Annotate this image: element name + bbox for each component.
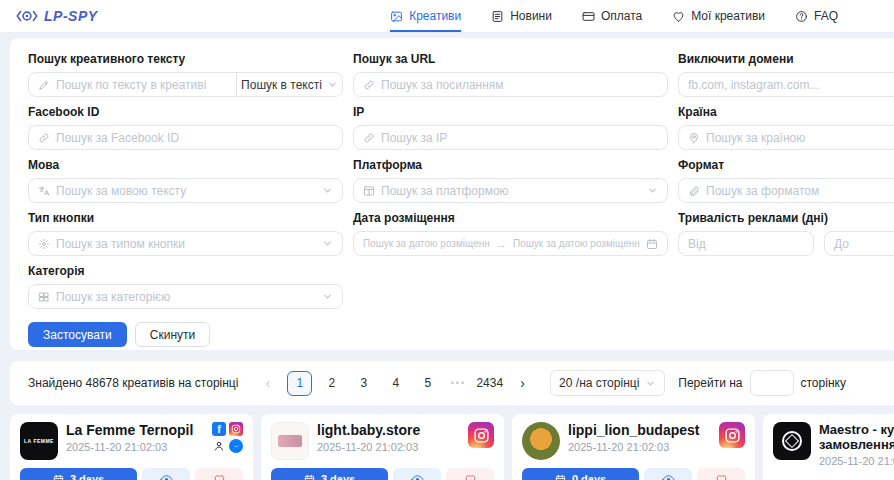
pagination-ellipsis[interactable]: ••• [447, 378, 469, 388]
page-size-value: 20 /на сторінці [559, 376, 639, 390]
view-button[interactable] [393, 468, 441, 480]
url-input[interactable]: Пошук за посиланням [353, 72, 668, 97]
advertiser-avatar: LA FEMME [20, 422, 58, 460]
chevron-down-icon [322, 185, 333, 196]
filter-language: Мова Пошук за мовою тексту [28, 159, 343, 203]
duration-to-input[interactable]: До [824, 231, 894, 256]
pagination-page-3[interactable]: 3 [351, 371, 376, 396]
date-to-placeholder: Пошук за датою розміщення [513, 238, 640, 249]
filter-label: Країна [678, 106, 894, 119]
input-placeholder: Пошук за Facebook ID [56, 131, 333, 145]
exclude-domains-input[interactable]: fb.com, instagram.com... [678, 72, 894, 97]
apply-button[interactable]: Застосувати [28, 322, 127, 347]
results-summary: Знайдено 48678 креативів на сторінці [28, 376, 238, 390]
format-select[interactable]: Пошук за форматом [678, 178, 894, 203]
creative-card[interactable]: LA FEMME La Femme Ternopil 2025-11-20 21… [10, 414, 253, 480]
nav-label: Креативи [409, 9, 461, 23]
nav-label: Оплата [601, 9, 642, 23]
filter-label: Facebook ID [28, 106, 343, 119]
input-placeholder: fb.com, instagram.com... [688, 78, 894, 92]
days-label: 0 days [572, 473, 606, 480]
favorite-button[interactable] [195, 468, 243, 480]
advertiser-name: light.baby.store [317, 422, 460, 438]
nav-item-news[interactable]: Новини [491, 0, 552, 32]
duration-days-button[interactable]: 0 days [522, 468, 639, 480]
creative-card[interactable]: Maestro - кухні, ме замовлення в Ужго 20… [763, 414, 894, 480]
category-select[interactable]: Пошук за категорією [28, 284, 343, 309]
platform-select[interactable]: Пошук за платформою [353, 178, 668, 203]
ip-input[interactable]: Пошук за IP [353, 125, 668, 150]
facebook-id-input[interactable]: Пошук за Facebook ID [28, 125, 343, 150]
text-search-mode-select[interactable]: Пошук в тексті [236, 73, 342, 96]
pagination-prev-button[interactable]: ‹ [255, 371, 280, 396]
chevron-down-icon [322, 291, 333, 302]
country-input[interactable]: Пошук за країною [678, 125, 894, 150]
filter-category: Категорія Пошук за категорією [28, 265, 343, 309]
link-icon [363, 132, 375, 144]
creative-card[interactable]: lippi_lion_budapest 2025-11-20 21:02:03 … [512, 414, 755, 480]
messenger-icon [229, 439, 243, 453]
brand-name: LP-SPY [44, 8, 98, 24]
creative-date: 2025-11-20 21:02:03 [568, 441, 711, 453]
duration-days-button[interactable]: 3 days [271, 468, 388, 480]
pagination-page-1[interactable]: 1 [287, 371, 312, 396]
gear-icon [38, 238, 50, 250]
results-bar: Знайдено 48678 креативів на сторінці ‹ 1… [10, 361, 894, 405]
nav-item-payment[interactable]: Оплата [582, 0, 642, 32]
heart-icon [213, 473, 226, 480]
filter-url: Пошук за URL Пошук за посиланням [353, 53, 668, 97]
button-type-select[interactable]: Пошук за типом кнопки [28, 231, 343, 256]
question-circle-icon [795, 10, 808, 23]
filter-placement-date: Дата розміщення Пошук за датою розміщенн… [353, 212, 668, 256]
duration-days-button[interactable]: 3 days [20, 468, 137, 480]
nav-item-my-creatives[interactable]: Мої креативи [672, 0, 765, 32]
filter-label: Мова [28, 159, 343, 172]
pagination-last-page[interactable]: 2434 [476, 371, 503, 396]
link-icon [363, 79, 375, 91]
favorite-button[interactable] [446, 468, 494, 480]
pagination-page-2[interactable]: 2 [319, 371, 344, 396]
nav-item-faq[interactable]: FAQ [795, 0, 838, 32]
heart-icon [464, 473, 477, 480]
days-label: 3 days [70, 473, 104, 480]
calendar-icon [304, 474, 315, 480]
brand-logo[interactable]: LP-SPY [16, 8, 98, 24]
image-icon [390, 10, 403, 23]
advertiser-name: Maestro - кухні, ме замовлення в Ужго [819, 422, 894, 452]
creative-date: 2025-11-20 21:02:03 [819, 455, 894, 467]
instagram-icon [468, 422, 494, 448]
chevron-down-icon [327, 79, 338, 90]
favorite-button[interactable] [697, 468, 745, 480]
duration-from-input[interactable]: Від [678, 231, 814, 256]
pagination-page-5[interactable]: 5 [415, 371, 440, 396]
creative-date: 2025-11-20 21:02:03 [66, 441, 204, 453]
platform-icon [363, 185, 375, 197]
filter-label: Дата розміщення [353, 212, 668, 225]
platform-badges [212, 422, 243, 453]
main-nav: Креативи Новини Оплата Мої креативи FAQ [390, 0, 838, 32]
input-placeholder: Пошук за категорією [56, 290, 316, 304]
credit-card-icon [582, 10, 595, 23]
pagination-page-4[interactable]: 4 [383, 371, 408, 396]
goto-page-input[interactable] [750, 370, 794, 396]
view-button[interactable] [644, 468, 692, 480]
view-button[interactable] [142, 468, 190, 480]
platform-badges [719, 422, 745, 448]
creative-date: 2025-11-20 21:02:03 [317, 441, 460, 453]
advertiser-name-line-1: Maestro - кухні, ме [819, 422, 894, 437]
creative-card[interactable]: light.baby.store 2025-11-20 21:02:03 3 d… [261, 414, 504, 480]
page-size-select[interactable]: 20 /на сторінці [550, 370, 665, 396]
heart-icon [715, 473, 728, 480]
input-placeholder: До [834, 237, 894, 251]
pagination-next-button[interactable]: › [510, 371, 535, 396]
placement-date-range-picker[interactable]: Пошук за датою розміщення → Пошук за дат… [353, 231, 668, 256]
filter-label: Формат [678, 159, 894, 172]
creative-text-input[interactable]: Пошук по тексту в креативі Пошук в текст… [28, 72, 343, 97]
nav-item-creatives[interactable]: Креативи [390, 0, 461, 32]
filter-label: Пошук за URL [353, 53, 668, 66]
eye-logo-icon [16, 9, 38, 23]
language-select[interactable]: Пошук за мовою тексту [28, 178, 343, 203]
chevron-down-icon [322, 238, 333, 249]
reset-button[interactable]: Скинути [135, 322, 210, 347]
pencil-icon [38, 79, 50, 91]
